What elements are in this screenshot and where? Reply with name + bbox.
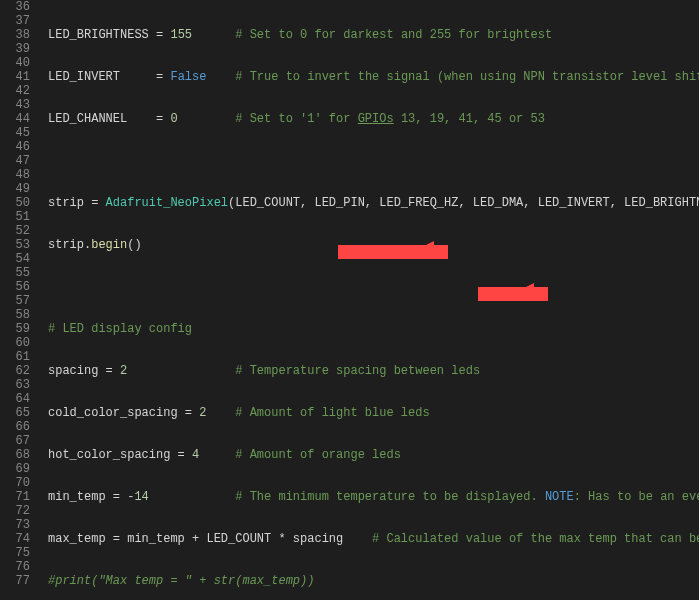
line-gutter: 3637383940414243444546474849505152535455… (0, 0, 40, 600)
line-number: 73 (0, 518, 30, 532)
line-number: 71 (0, 490, 30, 504)
line-number: 37 (0, 14, 30, 28)
line-number: 76 (0, 560, 30, 574)
code-line: min_temp = -14 # The minimum temperature… (48, 490, 699, 504)
line-number: 43 (0, 98, 30, 112)
code-line: cold_color_spacing = 2 # Amount of light… (48, 406, 699, 420)
line-number: 63 (0, 378, 30, 392)
line-number: 62 (0, 364, 30, 378)
code-line: #print("Max temp = " + str(max_temp)) (48, 574, 699, 588)
line-number: 45 (0, 126, 30, 140)
line-number: 56 (0, 280, 30, 294)
line-number: 74 (0, 532, 30, 546)
line-number: 67 (0, 434, 30, 448)
code-line (48, 280, 699, 294)
code-line: spacing = 2 # Temperature spacing betwee… (48, 364, 699, 378)
line-number: 44 (0, 112, 30, 126)
line-number: 57 (0, 294, 30, 308)
code-line: strip.begin() (48, 238, 699, 252)
code-line: LED_BRIGHTNESS = 155 # Set to 0 for dark… (48, 28, 699, 42)
line-number: 60 (0, 336, 30, 350)
line-number: 77 (0, 574, 30, 588)
code-area[interactable]: LED_BRIGHTNESS = 155 # Set to 0 for dark… (40, 0, 699, 600)
line-number: 36 (0, 0, 30, 14)
line-number: 58 (0, 308, 30, 322)
line-number: 51 (0, 210, 30, 224)
line-number: 53 (0, 238, 30, 252)
code-editor[interactable]: 3637383940414243444546474849505152535455… (0, 0, 699, 600)
line-number: 50 (0, 196, 30, 210)
line-number: 65 (0, 406, 30, 420)
line-number: 41 (0, 70, 30, 84)
line-number: 47 (0, 154, 30, 168)
line-number: 69 (0, 462, 30, 476)
line-number: 54 (0, 252, 30, 266)
line-number: 40 (0, 56, 30, 70)
line-number: 70 (0, 476, 30, 490)
line-number: 49 (0, 182, 30, 196)
line-number: 75 (0, 546, 30, 560)
line-number: 38 (0, 28, 30, 42)
line-number: 55 (0, 266, 30, 280)
code-line (48, 154, 699, 168)
line-number: 42 (0, 84, 30, 98)
line-number: 59 (0, 322, 30, 336)
line-number: 46 (0, 140, 30, 154)
code-line: max_temp = min_temp + LED_COUNT * spacin… (48, 532, 699, 546)
line-number: 64 (0, 392, 30, 406)
line-number: 48 (0, 168, 30, 182)
line-number: 68 (0, 448, 30, 462)
line-number: 52 (0, 224, 30, 238)
code-line: LED_INVERT = False # True to invert the … (48, 70, 699, 84)
code-line: # LED display config (48, 322, 699, 336)
line-number: 72 (0, 504, 30, 518)
line-number: 39 (0, 42, 30, 56)
line-number: 61 (0, 350, 30, 364)
code-line: strip = Adafruit_NeoPixel(LED_COUNT, LED… (48, 196, 699, 210)
line-number: 66 (0, 420, 30, 434)
code-line: hot_color_spacing = 4 # Amount of orange… (48, 448, 699, 462)
code-line: LED_CHANNEL = 0 # Set to '1' for GPIOs 1… (48, 112, 699, 126)
